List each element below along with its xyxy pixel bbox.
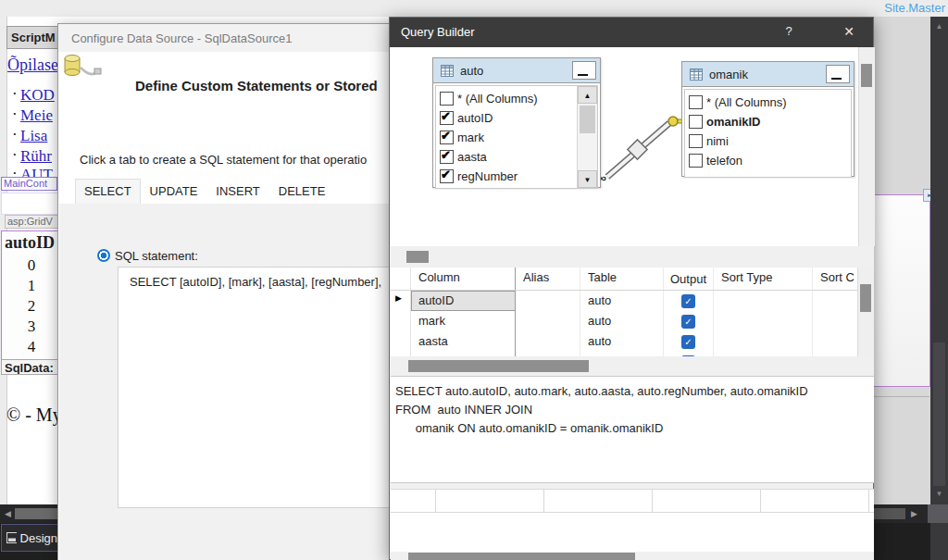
- checkbox[interactable]: ✔: [440, 169, 454, 183]
- tab-select[interactable]: SELECT: [75, 179, 141, 205]
- grid-vertical-scrollbar[interactable]: [857, 268, 874, 356]
- output-cell[interactable]: ✓: [664, 311, 714, 331]
- checkbox[interactable]: ✔: [440, 111, 454, 125]
- criteria-row: aasta auto ✓: [391, 331, 858, 352]
- diagram-vertical-scrollbar[interactable]: [858, 47, 875, 246]
- field-row[interactable]: ✔ aasta: [436, 147, 597, 167]
- row-selector[interactable]: [391, 331, 411, 352]
- join-connector[interactable]: [592, 103, 695, 195]
- main-content-region-label[interactable]: MainCont: [1, 177, 57, 191]
- scrollbar-thumb[interactable]: [408, 553, 635, 560]
- site-master-tab[interactable]: Site.Master: [884, 1, 945, 15]
- field-row[interactable]: ✔ omanikID: [685, 112, 851, 131]
- output-cell[interactable]: ✓: [664, 291, 714, 311]
- output-checkbox[interactable]: ✓: [681, 315, 695, 329]
- gridview-cell: 1: [22, 277, 41, 295]
- minimize-button[interactable]: [826, 65, 850, 83]
- sort-order-cell[interactable]: [813, 331, 858, 352]
- page-title-link[interactable]: Õpilase: [7, 56, 58, 75]
- alias-cell[interactable]: [516, 331, 580, 352]
- field-label: nimi: [706, 134, 729, 148]
- grid-horizontal-scrollbar[interactable]: [391, 356, 874, 376]
- checkbox[interactable]: ✔: [689, 115, 703, 129]
- design-view-tab[interactable]: Design: [1, 524, 58, 552]
- field-list-scrollbar[interactable]: ▲ ▼: [577, 86, 597, 188]
- menu-link[interactable]: KOD: [20, 86, 58, 105]
- scroll-down-icon[interactable]: ▼: [930, 490, 948, 498]
- gridview-control[interactable]: autoID 0 1 2 3 4: [1, 230, 60, 361]
- field-row[interactable]: ✔ regNumber: [436, 167, 597, 186]
- table-name: omanik: [709, 68, 748, 81]
- sort-type-cell[interactable]: [714, 311, 813, 331]
- column-cell[interactable]: aasta: [411, 331, 516, 352]
- checkbox[interactable]: ✔: [440, 92, 454, 106]
- scrollbar-thumb[interactable]: [15, 508, 57, 519]
- sort-order-cell[interactable]: [813, 311, 858, 331]
- scrollbar-thumb[interactable]: [874, 508, 905, 519]
- sort-type-cell[interactable]: [714, 291, 813, 311]
- sql-text-pane[interactable]: SELECT auto.autoID, auto.mark, auto.aast…: [391, 376, 874, 483]
- output-cell[interactable]: ✓: [664, 331, 714, 352]
- alias-cell[interactable]: [516, 311, 580, 331]
- table-header[interactable]: omanik: [682, 62, 854, 87]
- checkbox[interactable]: ✔: [689, 95, 703, 109]
- close-icon[interactable]: ✕: [840, 24, 858, 39]
- table-header[interactable]: auto: [433, 58, 600, 83]
- sql-statement-label[interactable]: SQL statement:: [115, 249, 198, 263]
- field-row[interactable]: ✔ mark: [436, 128, 597, 147]
- table-cell[interactable]: auto: [580, 331, 664, 352]
- sql-statement-radio[interactable]: [97, 249, 110, 262]
- checkbox[interactable]: ✔: [689, 134, 703, 148]
- column-cell[interactable]: autoID: [411, 291, 516, 311]
- table-cell[interactable]: auto: [580, 291, 664, 311]
- output-checkbox[interactable]: ✓: [681, 294, 695, 308]
- tab-delete[interactable]: DELETE: [269, 179, 335, 205]
- field-list: ✔ * (All Columns) ✔ omanikID ✔ nimi ✔ te…: [684, 89, 852, 178]
- editor-vertical-scrollbar[interactable]: ▲ ▼: [930, 17, 948, 560]
- sql-statement-textarea[interactable]: SELECT [autoID], [mark], [aasta], [regNu…: [118, 267, 391, 508]
- divider: [874, 396, 929, 397]
- help-icon[interactable]: ?: [780, 24, 797, 38]
- field-row[interactable]: ✔ autoID: [436, 108, 597, 128]
- scrollbar-thumb[interactable]: [860, 284, 871, 312]
- scrollbar-thumb[interactable]: [933, 342, 945, 486]
- row-selector[interactable]: [391, 311, 411, 331]
- field-row[interactable]: ✔ * (All Columns): [436, 89, 597, 108]
- sort-order-cell[interactable]: [813, 291, 858, 311]
- scriptmanager-control[interactable]: ScriptM: [6, 26, 58, 49]
- scrollbar-thumb[interactable]: [861, 64, 872, 87]
- sort-type-cell[interactable]: [714, 331, 813, 352]
- sqldatasource-control[interactable]: SqlData:: [1, 359, 58, 375]
- minimize-button[interactable]: [572, 61, 596, 80]
- scrollbar-thumb[interactable]: [406, 251, 429, 263]
- diagram-horizontal-scrollbar[interactable]: [391, 246, 874, 268]
- results-cell: [436, 490, 544, 512]
- tab-update[interactable]: UPDATE: [141, 179, 207, 205]
- gridview-tag-label[interactable]: asp:GridV: [5, 215, 58, 229]
- statement-tabs: SELECT UPDATE INSERT DELETE: [75, 179, 334, 205]
- scrollbar-thumb[interactable]: [580, 106, 595, 133]
- visual-studio-window: Site.Master ▸ ▲ ▼ ◀ ▶ Design ScriptM Õpi…: [0, 0, 948, 560]
- alias-cell[interactable]: [516, 291, 580, 311]
- tab-insert[interactable]: INSERT: [206, 179, 268, 205]
- field-row[interactable]: ✔ telefon: [685, 151, 851, 170]
- row-selector-icon[interactable]: ▶: [391, 291, 411, 311]
- checkbox[interactable]: ✔: [440, 150, 454, 164]
- column-cell[interactable]: mark: [411, 311, 516, 331]
- output-checkbox[interactable]: ✓: [681, 335, 695, 349]
- scroll-up-icon[interactable]: ▲: [930, 22, 948, 31]
- menu-link[interactable]: Rühr: [20, 147, 58, 166]
- menu-link[interactable]: Meie: [20, 106, 58, 125]
- scroll-down-icon[interactable]: ▼: [578, 170, 597, 188]
- field-row[interactable]: ✔ nimi: [685, 131, 851, 151]
- field-row[interactable]: ✔ * (All Columns): [685, 93, 851, 112]
- scroll-right-icon[interactable]: ▶: [911, 509, 917, 518]
- scroll-up-icon[interactable]: ▲: [578, 86, 597, 104]
- menu-link[interactable]: Lisa: [20, 127, 58, 145]
- results-horizontal-scrollbar[interactable]: [391, 552, 874, 560]
- scrollbar-thumb[interactable]: [408, 360, 589, 372]
- checkbox[interactable]: ✔: [440, 131, 454, 144]
- checkbox[interactable]: ✔: [689, 154, 703, 168]
- table-cell[interactable]: auto: [580, 311, 664, 331]
- scroll-left-icon[interactable]: ◀: [5, 509, 11, 518]
